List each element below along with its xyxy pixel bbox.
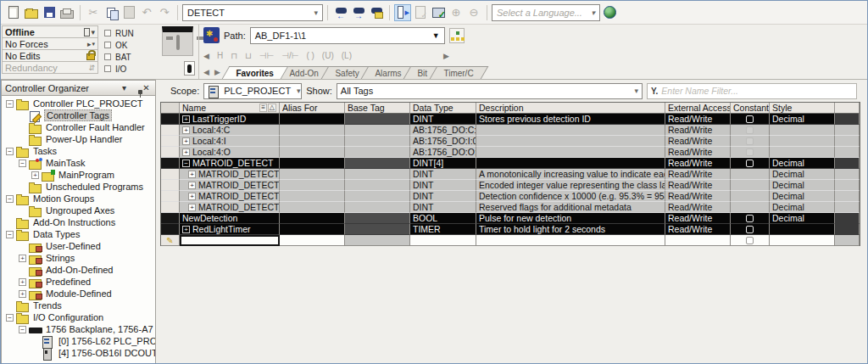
alias-for-cell[interactable] bbox=[280, 169, 345, 180]
collapse-icon[interactable]: − bbox=[19, 160, 26, 167]
collapse-icon[interactable]: − bbox=[6, 100, 14, 108]
tree-item-unscheduled-programs[interactable]: Unscheduled Programs bbox=[2, 181, 155, 193]
new-file-icon[interactable] bbox=[5, 4, 22, 21]
constant-checkbox[interactable] bbox=[746, 115, 754, 123]
tree-item-controller-tags[interactable]: Controller Tags bbox=[2, 109, 155, 121]
rswho-icon[interactable] bbox=[203, 27, 220, 43]
alias-for-cell[interactable] bbox=[280, 235, 345, 246]
verify-controller-icon[interactable] bbox=[430, 4, 447, 21]
base-tag-cell[interactable] bbox=[345, 114, 410, 125]
palette-scroll-right-icon[interactable]: ▶ bbox=[443, 52, 449, 60]
expand-icon[interactable]: + bbox=[19, 290, 26, 298]
tag-row-redlighttimer[interactable]: +RedLightTimerTIMERTimer to hold light f… bbox=[161, 224, 860, 235]
style-cell[interactable]: Decimal bbox=[770, 202, 835, 213]
alias-for-cell[interactable] bbox=[280, 136, 345, 147]
data-type-cell[interactable] bbox=[410, 235, 476, 246]
collapse-icon[interactable]: − bbox=[6, 314, 14, 322]
column-header-const[interactable]: Constant bbox=[731, 103, 770, 114]
tag-name-cell[interactable]: +MATROID_DETECT[3] bbox=[180, 202, 280, 213]
element-search-combobox[interactable]: DETECT ▾ bbox=[182, 4, 323, 21]
alias-for-cell[interactable] bbox=[280, 158, 345, 169]
alias-for-cell[interactable] bbox=[280, 114, 345, 125]
tree-item-strings[interactable]: +Strings bbox=[2, 252, 155, 264]
find-browse-icon[interactable] bbox=[368, 4, 385, 21]
row-header-cell[interactable] bbox=[161, 213, 180, 224]
collapse-icon[interactable]: − bbox=[182, 160, 190, 167]
expand-icon[interactable]: + bbox=[19, 255, 26, 262]
tree-item-i-o-configuration[interactable]: −I/O Configuration bbox=[2, 311, 155, 323]
tag-name-cell[interactable] bbox=[180, 235, 280, 246]
constant-checkbox[interactable] bbox=[746, 215, 754, 222]
external-access-cell[interactable]: Read/Write bbox=[665, 191, 731, 202]
constant-cell[interactable] bbox=[731, 114, 770, 125]
column-header-alias[interactable]: Alias For bbox=[280, 103, 345, 114]
constant-cell[interactable] bbox=[731, 191, 770, 202]
expand-icon[interactable]: + bbox=[188, 204, 196, 211]
column-header-name[interactable]: Name≡△ bbox=[180, 103, 280, 114]
tag-row-matroid-detect-3-[interactable]: +MATROID_DETECT[3]DINTReserved flags for… bbox=[161, 202, 860, 213]
style-cell[interactable]: Decimal bbox=[770, 180, 835, 191]
forces-status-cell[interactable]: No Forces ▸▾ bbox=[2, 37, 98, 50]
data-type-cell[interactable]: DINT bbox=[410, 191, 476, 202]
network-browse-icon[interactable] bbox=[449, 28, 465, 43]
base-tag-cell[interactable] bbox=[345, 136, 410, 147]
column-header-basetag[interactable]: Base Tag bbox=[345, 103, 410, 114]
tree-item-1756-backplane-1756-a7[interactable]: −1756 Backplane, 1756-A7 bbox=[2, 323, 155, 335]
collapse-icon[interactable]: − bbox=[6, 195, 14, 203]
description-cell[interactable]: Timer to hold light for 2 seconds bbox=[476, 224, 665, 235]
description-cell[interactable] bbox=[476, 147, 665, 158]
expand-icon[interactable]: + bbox=[188, 171, 196, 178]
collapse-icon[interactable]: − bbox=[6, 231, 14, 238]
sort-ascending-icon[interactable]: △ bbox=[268, 104, 276, 112]
tree-item-module-defined[interactable]: +Module-Defined bbox=[2, 288, 155, 300]
constant-cell[interactable] bbox=[731, 125, 770, 136]
expand-icon[interactable]: + bbox=[182, 126, 190, 134]
tree-item-maintask[interactable]: −MainTask bbox=[2, 157, 155, 169]
tab-favorites[interactable]: Favorites bbox=[222, 66, 289, 79]
column-header-desc[interactable]: Description bbox=[476, 103, 665, 114]
expand-icon[interactable]: + bbox=[182, 148, 190, 156]
tree-item-0-1756-l62-plc-project[interactable]: [0] 1756-L62 PLC_PROJECT bbox=[2, 335, 155, 347]
find-next-icon[interactable] bbox=[350, 4, 367, 21]
tree-item-power-up-handler[interactable]: Power-Up Handler bbox=[2, 133, 155, 145]
alias-for-cell[interactable] bbox=[280, 224, 345, 235]
tag-name-cell[interactable]: +MATROID_DETECT[1] bbox=[180, 180, 280, 191]
tag-row-matroid-detect[interactable]: −MATROID_DETECTDINT[4]Read/WriteDecimal bbox=[161, 158, 860, 169]
tree-item-data-types[interactable]: −Data Types bbox=[2, 228, 155, 240]
tree-item-trends[interactable]: Trends bbox=[2, 300, 155, 311]
base-tag-cell[interactable] bbox=[345, 147, 410, 158]
open-file-icon[interactable] bbox=[23, 4, 40, 21]
expand-icon[interactable]: + bbox=[182, 226, 190, 233]
constant-cell[interactable] bbox=[731, 213, 770, 224]
data-type-cell[interactable]: AB:1756_DO:O:0 bbox=[410, 147, 476, 158]
style-cell[interactable] bbox=[770, 136, 835, 147]
external-access-cell[interactable]: Read/Write bbox=[665, 180, 731, 191]
row-header-cell[interactable] bbox=[161, 202, 180, 213]
external-access-cell[interactable] bbox=[665, 235, 731, 246]
tree-item-tasks[interactable]: −Tasks bbox=[2, 145, 155, 157]
expand-icon[interactable]: + bbox=[182, 115, 190, 123]
row-header-cell[interactable] bbox=[161, 191, 180, 202]
expand-icon[interactable]: + bbox=[31, 171, 39, 179]
expand-icon[interactable]: + bbox=[19, 278, 26, 286]
tab-timer-c[interactable]: Timer/C bbox=[430, 66, 489, 79]
tree-item-controller-plc-project[interactable]: −Controller PLC_PROJECT bbox=[2, 98, 155, 109]
style-cell[interactable]: Decimal bbox=[770, 114, 835, 125]
alias-for-cell[interactable] bbox=[280, 191, 345, 202]
tree-item-predefined[interactable]: +Predefined bbox=[2, 276, 155, 288]
description-cell[interactable] bbox=[476, 158, 665, 169]
scope-combobox[interactable]: PLC_PROJECT ▾ bbox=[203, 83, 302, 99]
controller-mode-cell[interactable]: Offline ▾ bbox=[2, 25, 98, 38]
constant-cell[interactable] bbox=[731, 235, 770, 246]
tree-item-4-1756-ob16i-dcout[interactable]: [4] 1756-OB16I DCOUT bbox=[2, 347, 155, 359]
tag-row-matroid-detect-2-[interactable]: +MATROID_DETECT[2]DINTDetection confiden… bbox=[161, 191, 860, 202]
row-header-cell[interactable] bbox=[161, 224, 180, 235]
show-combobox[interactable]: All Tags ▾ bbox=[337, 83, 643, 99]
organizer-menu-icon[interactable]: ▾ bbox=[119, 83, 130, 92]
tag-name-cell[interactable]: +Local:4:I bbox=[180, 136, 280, 147]
row-header-cell[interactable] bbox=[161, 169, 180, 180]
style-cell[interactable] bbox=[770, 147, 835, 158]
expand-icon[interactable]: + bbox=[182, 137, 190, 145]
tag-name-cell[interactable]: +RedLightTimer bbox=[180, 224, 280, 235]
external-access-cell[interactable]: Read/Write bbox=[665, 213, 731, 224]
